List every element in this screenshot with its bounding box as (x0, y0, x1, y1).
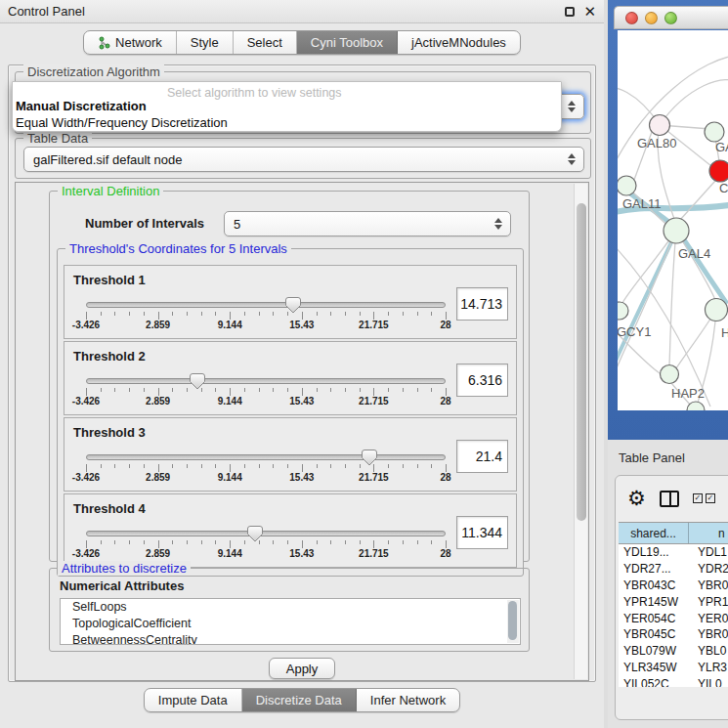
float-window-icon[interactable] (565, 7, 575, 17)
table-row[interactable]: YPR145WYPR1 (619, 593, 728, 610)
table-row[interactable]: YBR043CYBR0 (619, 578, 728, 594)
scrollbar-thumb[interactable] (577, 203, 586, 521)
slider-tick-labels: -3.4262.8599.14415.4321.71528 (86, 396, 446, 407)
table-cell[interactable]: YBR045C (619, 626, 689, 643)
network-window-titlebar[interactable] (614, 6, 728, 29)
split-columns-icon[interactable] (660, 491, 679, 507)
discretization-algorithm-label: Discretization Algorithm (23, 64, 164, 79)
threshold-value-field[interactable]: 21.4 (456, 440, 508, 473)
threshold-slider[interactable] (86, 378, 446, 384)
network-node-node-red[interactable] (709, 160, 728, 182)
network-node-gal11[interactable] (618, 176, 636, 195)
threshold-box-2: Threshold 2-3.4262.8599.14415.4321.71528… (64, 341, 517, 415)
table-cell[interactable]: YBR0 (689, 626, 728, 643)
table-row[interactable]: YIL052CYIL0 (619, 675, 728, 687)
table-row[interactable]: YDR27...YDR2 (619, 561, 728, 578)
tab-style[interactable]: Style (177, 31, 234, 54)
tab-label: Discretize Data (256, 693, 342, 707)
algorithm-option-equal-width-frequency-discretization[interactable]: Equal Width/Frequency Discretization (16, 115, 228, 130)
network-edge[interactable] (618, 55, 728, 177)
threshold-slider[interactable] (86, 302, 446, 308)
algorithm-dropdown-popup: Select algorithm to view settings Manual… (12, 81, 562, 132)
checkbox-icon[interactable]: ✓ (706, 493, 715, 503)
table-row[interactable]: YLR345WYLR3 (619, 660, 728, 676)
tab-jactivemnodules[interactable]: jActiveMNodules (398, 31, 520, 54)
threshold-slider[interactable] (86, 454, 446, 460)
interval-definition-group: Interval Definition Number of Intervals … (49, 191, 530, 562)
table-cell[interactable]: YBR043C (619, 578, 689, 594)
threshold-slider[interactable] (86, 531, 446, 536)
control-panel-titlebar: Control Panel ✕ (0, 0, 604, 23)
node-label-gal80: GAL80 (637, 136, 676, 150)
table-cell[interactable]: YER054C (619, 610, 689, 626)
table-cell[interactable]: YLR345W (619, 660, 689, 676)
network-node-gcy1[interactable] (618, 302, 628, 320)
table-row[interactable]: YBR045CYBR0 (619, 626, 728, 643)
threshold-box-3: Threshold 3-3.4262.8599.14415.4321.71528… (64, 417, 517, 492)
network-node-node-ga[interactable] (705, 122, 724, 142)
threshold-label: Threshold 1 (73, 273, 146, 287)
table-row[interactable]: YBL079WYBL0 (619, 643, 728, 660)
zoom-window-icon[interactable] (664, 12, 677, 24)
numerical-attributes-list[interactable]: SelfLoopsTopologicalCoefficientBetweenne… (60, 598, 521, 645)
threshold-value-field[interactable]: 11.344 (456, 516, 508, 549)
column-header-shared[interactable]: shared... (619, 523, 689, 543)
slider-ticks (86, 388, 446, 396)
table-cell[interactable]: YDR2 (689, 561, 728, 578)
table-cell[interactable]: YER0 (689, 610, 728, 626)
table-cell[interactable]: YLR3 (689, 660, 728, 676)
network-canvas[interactable]: GAL80GACGAL11GAL4GCY1HHAP2 (618, 30, 728, 410)
table-cell[interactable]: YIL0 (689, 675, 728, 687)
attributes-scrollbar[interactable] (507, 600, 519, 643)
network-node-hap2[interactable] (661, 365, 679, 384)
table-cell[interactable]: YDL1 (689, 544, 728, 561)
threshold-box-4: Threshold 4-3.4262.8599.14415.4321.71528… (64, 493, 517, 568)
node-label-gal4: GAL4 (678, 246, 710, 261)
tab-impute-data[interactable]: Impute Data (145, 689, 242, 711)
network-node-gal4[interactable] (664, 218, 689, 243)
tab-network[interactable]: Network (84, 31, 177, 54)
table-cell[interactable]: YIL052C (619, 675, 689, 687)
threshold-label: Threshold 2 (73, 349, 146, 364)
settings-vertical-scrollbar[interactable] (574, 184, 587, 679)
tab-select[interactable]: Select (234, 31, 297, 54)
tab-discretize-data[interactable]: Discretize Data (242, 689, 357, 711)
close-window-icon[interactable] (625, 12, 638, 24)
table-data-combobox[interactable]: galFiltered.sif default node (23, 147, 584, 172)
number-of-intervals-label: Number of Intervals (85, 216, 204, 231)
table-row[interactable]: YER054CYER0 (619, 610, 728, 626)
tab-cyni-toolbox[interactable]: Cyni Toolbox (297, 31, 398, 54)
table-cell[interactable]: YBL0 (689, 643, 728, 660)
network-node-node-h[interactable] (706, 299, 728, 321)
slider-tick-labels: -3.4262.8599.14415.4321.71528 (86, 320, 446, 331)
minimize-window-icon[interactable] (645, 12, 658, 24)
checkbox-icon[interactable]: ✓ (693, 493, 703, 503)
attribute-item[interactable]: BetweennessCentrality (61, 632, 520, 645)
network-node-gal80[interactable] (650, 115, 670, 136)
network-node-node-bottom[interactable] (687, 402, 705, 410)
tab-infer-network[interactable]: Infer Network (357, 689, 459, 711)
number-of-intervals-combobox[interactable]: 5 (224, 211, 511, 236)
network-edge[interactable] (669, 231, 676, 365)
column-header-name[interactable]: n (689, 523, 728, 543)
table-cell[interactable]: YBR0 (689, 578, 728, 594)
table-cell[interactable]: YDL19... (619, 544, 689, 561)
attribute-item[interactable]: TopologicalCoefficient (61, 616, 520, 632)
attribute-item[interactable]: SelfLoops (61, 599, 520, 616)
network-edge[interactable] (660, 80, 728, 125)
threshold-value-field[interactable]: 6.316 (456, 364, 508, 397)
close-icon[interactable]: ✕ (583, 7, 596, 17)
table-cell[interactable]: YPR1 (689, 593, 728, 610)
algorithm-option-manual-discretization[interactable]: Manual Discretization (16, 99, 147, 113)
table-cell[interactable]: YDR27... (619, 561, 689, 578)
slider-ticks (86, 312, 446, 320)
cyni-toolbox-panel: Discretization Algorithm Table Data galF… (8, 64, 596, 682)
network-edge[interactable] (680, 181, 715, 220)
threshold-value-field[interactable]: 14.713 (456, 287, 508, 321)
table-cell[interactable]: YBL079W (619, 643, 689, 660)
apply-button[interactable]: Apply (269, 658, 335, 679)
table-row[interactable]: YDL19...YDL1 (619, 544, 728, 561)
table-cell[interactable]: YPR145W (619, 593, 689, 610)
gear-icon[interactable]: ⚙ (627, 489, 646, 509)
table-panel-title: Table Panel (619, 450, 685, 465)
